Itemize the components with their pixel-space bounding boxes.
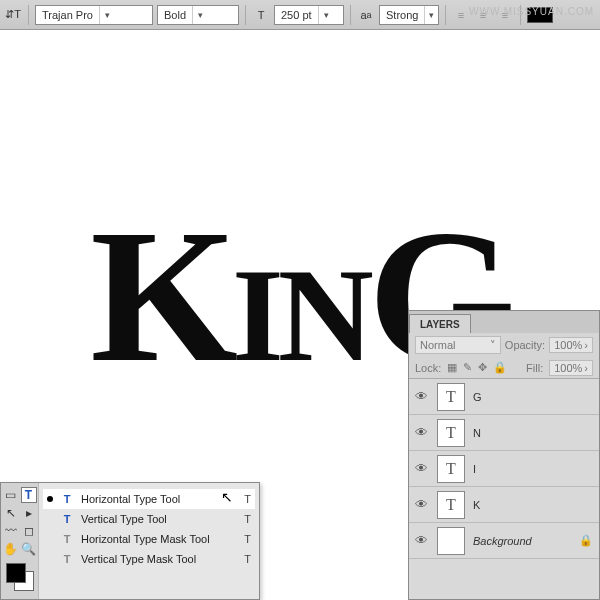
antialias-value: Strong: [380, 9, 424, 21]
lock-transparent-icon[interactable]: ▦: [447, 361, 457, 374]
font-size-select[interactable]: 250 pt ▾: [274, 5, 344, 25]
menu-item-shortcut: T: [244, 553, 251, 565]
separator: [28, 5, 29, 25]
lasso-tool-icon[interactable]: 〰: [3, 523, 19, 539]
layer-thumbnail[interactable]: T: [437, 455, 465, 483]
separator: [350, 5, 351, 25]
layer-list: 👁TG👁TN👁TI👁TK👁Background🔒: [409, 379, 599, 599]
menu-item-shortcut: T: [244, 493, 251, 505]
orientation-icon[interactable]: ⇵T: [4, 6, 22, 24]
type-menu-item[interactable]: TVertical Type ToolT: [43, 509, 255, 529]
fill-label: Fill:: [526, 362, 543, 374]
type-icon: T: [59, 513, 75, 525]
marquee-tool-icon[interactable]: ▭: [3, 487, 19, 503]
font-style-select[interactable]: Bold ▾: [157, 5, 239, 25]
menu-item-label: Horizontal Type Tool: [81, 493, 238, 505]
lock-icon: 🔒: [579, 534, 593, 547]
type-icon: T: [59, 553, 75, 565]
chevron-down-icon[interactable]: ▾: [318, 6, 334, 24]
chevron-down-icon[interactable]: ▾: [99, 6, 115, 24]
layer-thumbnail[interactable]: T: [437, 419, 465, 447]
layer-name[interactable]: G: [473, 391, 593, 403]
visibility-eye-icon[interactable]: 👁: [415, 497, 429, 512]
font-style-value: Bold: [158, 9, 192, 21]
lock-paint-icon[interactable]: ✎: [463, 361, 472, 374]
menu-item-label: Vertical Type Mask Tool: [81, 553, 238, 565]
watermark: WWW.MISSYUAN.COM: [469, 6, 594, 17]
separator: [445, 5, 446, 25]
font-size-value: 250 pt: [275, 9, 318, 21]
font-family-select[interactable]: Trajan Pro ▾: [35, 5, 153, 25]
zoom-tool-icon[interactable]: 🔍: [21, 541, 37, 557]
chevron-down-icon[interactable]: ▾: [424, 6, 438, 24]
type-menu-item[interactable]: TVertical Type Mask ToolT: [43, 549, 255, 569]
layers-panel: LAYERS Normal ˅ Opacity: 100%› Lock: ▦ ✎…: [408, 310, 600, 600]
opacity-value: 100%: [554, 339, 582, 351]
separator: [245, 5, 246, 25]
tool-column: ▭T ↖▸ 〰◻ ✋🔍: [1, 483, 39, 599]
lock-label: Lock:: [415, 362, 441, 374]
chevron-right-icon: ›: [584, 339, 588, 351]
lock-move-icon[interactable]: ✥: [478, 361, 487, 374]
chevron-down-icon[interactable]: ▾: [192, 6, 208, 24]
type-tool-menu: ↖ THorizontal Type ToolTTVertical Type T…: [39, 483, 259, 599]
antialias-icon: aa: [357, 6, 375, 24]
layer-row[interactable]: 👁TG: [409, 379, 599, 415]
blend-mode-value: Normal: [420, 339, 455, 351]
type-icon: T: [59, 493, 75, 505]
menu-item-shortcut: T: [244, 513, 251, 525]
fill-field[interactable]: 100%›: [549, 360, 593, 376]
panel-tabs: LAYERS: [409, 311, 599, 333]
layer-name[interactable]: I: [473, 463, 593, 475]
blend-mode-select[interactable]: Normal ˅: [415, 336, 501, 354]
layer-row[interactable]: 👁TN: [409, 415, 599, 451]
type-menu-item[interactable]: THorizontal Type ToolT: [43, 489, 255, 509]
lock-all-icon[interactable]: 🔒: [493, 361, 507, 374]
menu-item-label: Vertical Type Tool: [81, 513, 238, 525]
shape-tool-icon[interactable]: ◻: [21, 523, 37, 539]
antialias-select[interactable]: Strong ▾: [379, 5, 439, 25]
type-tool-icon[interactable]: T: [21, 487, 37, 503]
layer-name[interactable]: Background: [473, 535, 571, 547]
menu-item-shortcut: T: [244, 533, 251, 545]
tab-layers[interactable]: LAYERS: [409, 314, 471, 333]
visibility-eye-icon[interactable]: 👁: [415, 461, 429, 476]
type-menu-item[interactable]: THorizontal Type Mask ToolT: [43, 529, 255, 549]
fill-value: 100%: [554, 362, 582, 374]
font-family-value: Trajan Pro: [36, 9, 99, 21]
type-icon: T: [59, 533, 75, 545]
chevron-down-icon: ˅: [490, 339, 496, 352]
menu-item-label: Horizontal Type Mask Tool: [81, 533, 238, 545]
hand-tool-icon[interactable]: ✋: [3, 541, 19, 557]
visibility-eye-icon[interactable]: 👁: [415, 389, 429, 404]
selected-dot-icon: [47, 496, 53, 502]
path-select-icon[interactable]: ▸: [21, 505, 37, 521]
layer-thumbnail[interactable]: [437, 527, 465, 555]
move-tool-icon[interactable]: ↖: [3, 505, 19, 521]
layer-name[interactable]: N: [473, 427, 593, 439]
opacity-label: Opacity:: [505, 339, 545, 351]
opacity-field[interactable]: 100%›: [549, 337, 593, 353]
visibility-eye-icon[interactable]: 👁: [415, 533, 429, 548]
align-left-icon[interactable]: ≡: [452, 6, 470, 24]
fg-bg-swatch[interactable]: [6, 563, 34, 591]
layer-row[interactable]: 👁TI: [409, 451, 599, 487]
layer-row[interactable]: 👁TK: [409, 487, 599, 523]
layer-row[interactable]: 👁Background🔒: [409, 523, 599, 559]
layer-thumbnail[interactable]: T: [437, 491, 465, 519]
type-tool-flyout: ▭T ↖▸ 〰◻ ✋🔍 ↖ THorizontal Type ToolTTVer…: [0, 482, 260, 600]
chevron-right-icon: ›: [584, 362, 588, 374]
layer-name[interactable]: K: [473, 499, 593, 511]
layer-thumbnail[interactable]: T: [437, 383, 465, 411]
visibility-eye-icon[interactable]: 👁: [415, 425, 429, 440]
font-size-icon: T: [252, 6, 270, 24]
